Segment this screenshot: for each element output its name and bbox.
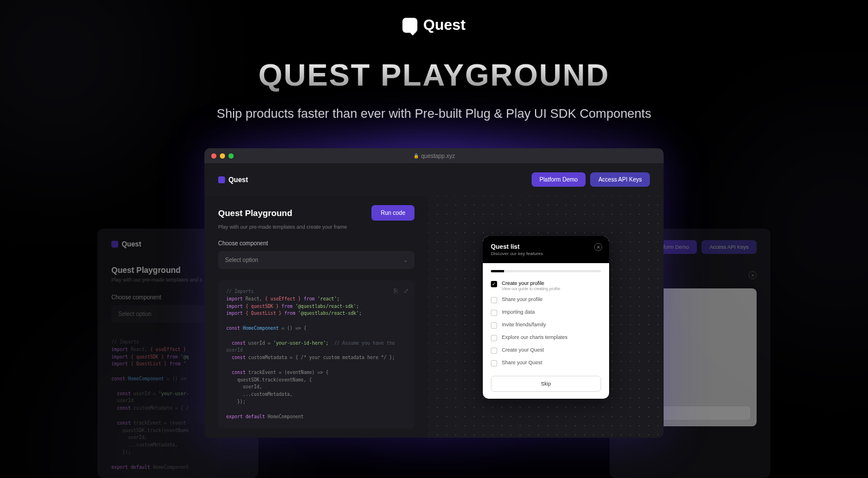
quest-list-card: Quest list Discover our key features ✕ ✓… (483, 236, 609, 399)
quest-logo-icon (111, 241, 118, 248)
code-line: userId, (226, 384, 406, 391)
traffic-light-close[interactable] (211, 153, 216, 159)
checklist-item[interactable]: Explore our charts templates (491, 334, 601, 341)
editor-panel: Quest Playground Run code Play with our … (204, 196, 428, 438)
progress-bar (491, 270, 601, 272)
address-bar: 🔒 questapp.xyz (413, 153, 455, 159)
hero-section: Quest QUEST PLAYGROUND Ship products fas… (0, 0, 868, 121)
brand-name: Quest (423, 16, 466, 34)
traffic-light-maximize[interactable] (228, 153, 234, 159)
code-line: const userId = 'your-user-id-here'; // A… (226, 340, 406, 355)
quest-logo-icon (218, 176, 225, 183)
select-placeholder: Select option (118, 311, 152, 317)
checklist-item[interactable]: Create your Quest (491, 347, 601, 354)
access-api-keys-button[interactable]: Access API Keys (702, 240, 757, 254)
checkbox-icon[interactable] (491, 348, 497, 354)
checklist-item[interactable]: Importing data (491, 309, 601, 316)
checklist-label: Create your Quest (502, 347, 544, 353)
code-line: import React, { useEffect } from 'react'… (226, 296, 406, 303)
checklist-label: Share your profile (502, 296, 542, 302)
close-icon[interactable]: ✕ (594, 243, 602, 251)
panel-subtitle: Play with our pre-made templates and cre… (218, 224, 414, 230)
skip-button[interactable]: Skip (491, 376, 601, 392)
traffic-light-minimize[interactable] (220, 153, 225, 159)
progress-fill (491, 270, 504, 272)
run-code-button[interactable]: Run code (371, 205, 414, 221)
brand-name: Quest (228, 176, 248, 184)
panel-title: Quest Playground (218, 208, 292, 218)
code-line: // Imports (226, 289, 254, 294)
access-api-keys-button[interactable]: Access API Keys (590, 172, 650, 187)
code-line: export default HomeComponent (226, 414, 406, 421)
url-text: questapp.xyz (421, 153, 455, 159)
component-select[interactable]: Select option ⌄ (218, 251, 414, 269)
hero-subtitle: Ship products faster than ever with Pre-… (0, 106, 868, 121)
checkbox-icon[interactable] (491, 322, 497, 329)
code-line: ...customMetadata, (226, 391, 406, 399)
select-placeholder: Select option (225, 257, 258, 263)
copy-icon[interactable]: ⎘ (394, 286, 398, 296)
app-logo: Quest (218, 176, 248, 184)
checkbox-icon[interactable]: ✓ (491, 281, 497, 287)
checklist-item[interactable]: Share your Quest (491, 360, 601, 367)
checklist-label: Share your Quest (502, 360, 542, 365)
quest-logo-icon (402, 18, 417, 33)
checklist-item[interactable]: Share your profile (491, 296, 601, 303)
checkbox-icon[interactable] (491, 360, 497, 367)
code-line: const HomeComponent = () => { (226, 325, 406, 333)
brand-logo: Quest (0, 16, 868, 34)
code-line: import { QuestList } from '@questlabs/re… (226, 310, 406, 318)
preview-panel: Quest list Discover our key features ✕ ✓… (428, 196, 664, 438)
checklist-item[interactable]: Invite friends/family (491, 322, 601, 329)
checklist-label: Importing data (502, 309, 535, 315)
code-line: }); (226, 399, 406, 406)
checklist-label: Invite friends/family (502, 322, 546, 327)
hero-title: QUEST PLAYGROUND (0, 57, 868, 92)
code-editor[interactable]: ⎘ ⤢ // Imports import React, { useEffect… (218, 280, 414, 429)
code-line: const trackEvent = (eventName) => { (226, 369, 406, 377)
choose-component-label: Choose component (218, 240, 414, 246)
window-titlebar: 🔒 questapp.xyz (204, 148, 664, 163)
card-subtitle: Discover our key features (491, 251, 601, 256)
close-icon[interactable]: ✕ (749, 271, 757, 279)
checkbox-icon[interactable] (491, 297, 497, 303)
checklist-label: Create your profile (502, 280, 560, 286)
checklist-item[interactable]: ✓Create your profileView our guide to cr… (491, 280, 601, 291)
brand-name: Quest (122, 240, 141, 248)
code-line: import { questSDK } from '@questlabs/rea… (226, 303, 406, 311)
app-header: Quest Platform Demo Access API Keys (204, 163, 664, 196)
card-title: Quest list (491, 243, 601, 250)
lock-icon: 🔒 (413, 153, 419, 159)
checklist-description: View our guide to creating profile (502, 287, 560, 291)
checklist-label: Explore our charts templates (502, 334, 568, 340)
code-line: questSDK.track(eventName, { (226, 377, 406, 384)
checkbox-icon[interactable] (491, 335, 497, 341)
checkbox-icon[interactable] (491, 310, 497, 316)
card-header: Quest list Discover our key features ✕ (483, 236, 609, 263)
expand-icon[interactable]: ⤢ (404, 286, 409, 296)
code-line: const customMetadata = { /* your custom … (226, 354, 406, 362)
platform-demo-button[interactable]: Platform Demo (532, 172, 586, 187)
app-window: 🔒 questapp.xyz Quest Platform Demo Acces… (204, 148, 664, 438)
chevron-down-icon: ⌄ (403, 257, 408, 263)
